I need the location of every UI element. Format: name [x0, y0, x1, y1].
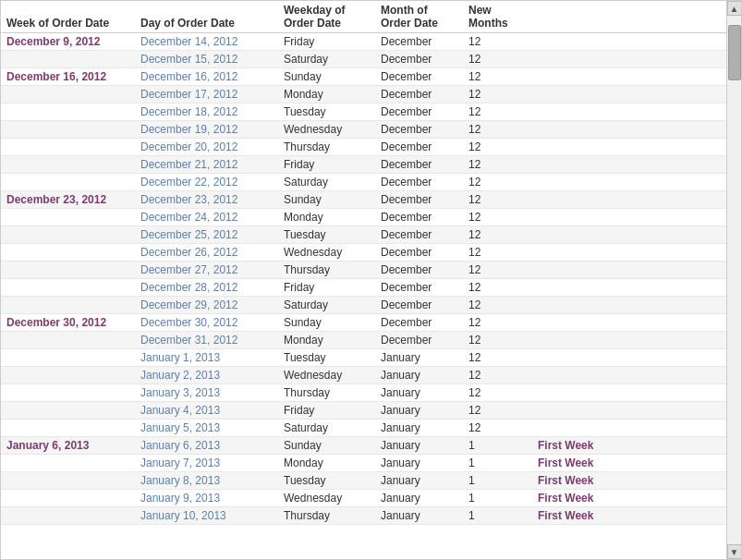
month-cell: December — [375, 51, 463, 68]
table-row: January 3, 2013ThursdayJanuary12 — [1, 384, 726, 402]
header-month: Month of Order Date — [375, 1, 463, 33]
new-months-cell: 12 — [463, 297, 532, 314]
week-cell: December 30, 2012 — [1, 314, 135, 332]
week-cell — [1, 402, 135, 420]
extra-cell: First Week — [532, 472, 726, 490]
extra-cell: First Week — [532, 507, 726, 525]
day-cell: December 29, 2012 — [135, 297, 278, 314]
scrollbar[interactable]: ▲ ▼ — [726, 1, 741, 559]
table-row: January 6, 2013January 6, 2013SundayJanu… — [1, 437, 726, 455]
new-months-cell: 12 — [463, 33, 532, 51]
week-cell — [1, 86, 135, 103]
month-cell: January — [375, 472, 463, 490]
month-cell: December — [375, 174, 463, 191]
table-row: December 19, 2012WednesdayDecember12 — [1, 121, 726, 139]
table-row: December 20, 2012ThursdayDecember12 — [1, 139, 726, 156]
extra-cell — [532, 349, 726, 367]
new-months-cell: 12 — [463, 51, 532, 68]
weekday-cell: Thursday — [278, 262, 375, 279]
week-cell — [1, 156, 135, 174]
extra-cell — [532, 139, 726, 156]
month-cell: December — [375, 297, 463, 314]
weekday-cell: Monday — [278, 86, 375, 103]
day-cell: December 22, 2012 — [135, 174, 278, 191]
header-new-months: New Months — [463, 1, 532, 33]
extra-cell — [532, 86, 726, 103]
month-cell: December — [375, 244, 463, 262]
month-cell: December — [375, 226, 463, 244]
scroll-up-button[interactable]: ▲ — [727, 1, 742, 16]
new-months-cell: 12 — [463, 226, 532, 244]
table-wrapper[interactable]: Week of Order Date Day of Order Date Wee… — [1, 1, 726, 559]
table-row: December 31, 2012MondayDecember12 — [1, 332, 726, 349]
day-cell: December 25, 2012 — [135, 226, 278, 244]
month-cell: December — [375, 68, 463, 86]
new-months-cell: 1 — [463, 507, 532, 525]
weekday-cell: Saturday — [278, 174, 375, 191]
weekday-cell: Tuesday — [278, 226, 375, 244]
new-months-cell: 1 — [463, 455, 532, 472]
table-row: January 1, 2013TuesdayJanuary12 — [1, 349, 726, 367]
week-cell — [1, 209, 135, 226]
weekday-cell: Wednesday — [278, 490, 375, 507]
table-row: January 8, 2013TuesdayJanuary1First Week — [1, 472, 726, 490]
data-table: Week of Order Date Day of Order Date Wee… — [1, 1, 726, 525]
weekday-cell: Saturday — [278, 420, 375, 437]
new-months-cell: 1 — [463, 490, 532, 507]
month-cell: January — [375, 455, 463, 472]
month-cell: January — [375, 402, 463, 420]
month-cell: December — [375, 139, 463, 156]
day-cell: December 19, 2012 — [135, 121, 278, 139]
day-cell: January 7, 2013 — [135, 455, 278, 472]
month-cell: January — [375, 384, 463, 402]
day-cell: December 21, 2012 — [135, 156, 278, 174]
weekday-cell: Saturday — [278, 297, 375, 314]
new-months-cell: 12 — [463, 367, 532, 384]
weekday-cell: Wednesday — [278, 367, 375, 384]
month-cell: December — [375, 103, 463, 121]
week-cell — [1, 420, 135, 437]
extra-cell — [532, 51, 726, 68]
header-weekday: Weekday of Order Date — [278, 1, 375, 33]
new-months-cell: 12 — [463, 384, 532, 402]
new-months-cell: 12 — [463, 103, 532, 121]
new-months-cell: 12 — [463, 174, 532, 191]
table-row: January 10, 2013ThursdayJanuary1First We… — [1, 507, 726, 525]
table-row: January 2, 2013WednesdayJanuary12 — [1, 367, 726, 384]
day-cell: December 14, 2012 — [135, 33, 278, 51]
table-row: December 17, 2012MondayDecember12 — [1, 86, 726, 103]
month-cell: December — [375, 209, 463, 226]
week-cell — [1, 472, 135, 490]
day-cell: December 31, 2012 — [135, 332, 278, 349]
header-week: Week of Order Date — [1, 1, 135, 33]
weekday-cell: Sunday — [278, 191, 375, 209]
weekday-cell: Saturday — [278, 51, 375, 68]
week-cell — [1, 367, 135, 384]
table-row: December 28, 2012FridayDecember12 — [1, 279, 726, 297]
scroll-track[interactable] — [727, 16, 742, 544]
scroll-thumb[interactable] — [728, 25, 741, 80]
header-row: Week of Order Date Day of Order Date Wee… — [1, 1, 726, 33]
new-months-cell: 12 — [463, 402, 532, 420]
new-months-cell: 12 — [463, 121, 532, 139]
day-cell: December 27, 2012 — [135, 262, 278, 279]
main-container: Week of Order Date Day of Order Date Wee… — [0, 0, 742, 560]
weekday-cell: Friday — [278, 156, 375, 174]
day-cell: December 17, 2012 — [135, 86, 278, 103]
week-cell — [1, 384, 135, 402]
extra-cell — [532, 209, 726, 226]
table-row: December 23, 2012December 23, 2012Sunday… — [1, 191, 726, 209]
table-row: January 4, 2013FridayJanuary12 — [1, 402, 726, 420]
weekday-cell: Friday — [278, 33, 375, 51]
table-row: December 29, 2012SaturdayDecember12 — [1, 297, 726, 314]
weekday-cell: Tuesday — [278, 472, 375, 490]
extra-cell: First Week — [532, 490, 726, 507]
header-day: Day of Order Date — [135, 1, 278, 33]
extra-cell — [532, 68, 726, 86]
week-cell — [1, 297, 135, 314]
week-cell — [1, 507, 135, 525]
table-row: December 16, 2012December 16, 2012Sunday… — [1, 68, 726, 86]
table-row: December 25, 2012TuesdayDecember12 — [1, 226, 726, 244]
scroll-down-button[interactable]: ▼ — [727, 544, 742, 559]
table-row: December 21, 2012FridayDecember12 — [1, 156, 726, 174]
